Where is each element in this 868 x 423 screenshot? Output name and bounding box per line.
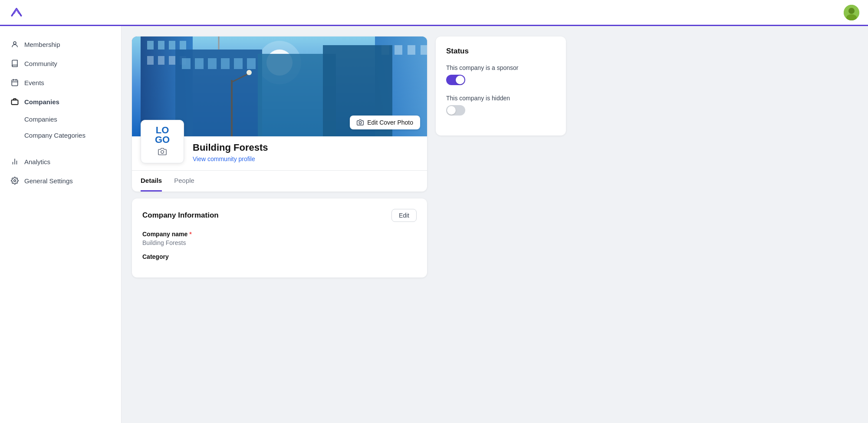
svg-rect-33 (208, 58, 217, 69)
sponsor-toggle[interactable] (446, 75, 465, 85)
category-field: Category (142, 253, 417, 260)
logo-text-line1: LO (156, 126, 169, 135)
calendar-icon (10, 78, 19, 87)
logo-camera-icon[interactable] (158, 147, 167, 158)
sidebar: Membership Community Events (0, 26, 122, 423)
category-label: Category (142, 253, 417, 260)
logo-text-line2: GO (155, 135, 170, 145)
center-panel: Edit Cover Photo LO GO (132, 36, 427, 278)
company-name-value: Building Forests (142, 239, 417, 246)
sidebar-sub-categories-label: Company Categories (24, 132, 85, 139)
svg-rect-19 (169, 41, 175, 50)
svg-point-1 (848, 8, 855, 14)
company-profile-row: LO GO Building Forests View communit (132, 136, 427, 170)
book-icon (10, 59, 19, 68)
svg-point-44 (161, 150, 164, 153)
sidebar-sub-companies[interactable]: Companies (0, 111, 121, 127)
briefcase-icon (10, 97, 19, 106)
svg-rect-8 (12, 100, 18, 105)
header (0, 0, 868, 26)
hidden-toggle[interactable] (446, 105, 465, 116)
camera-icon (357, 119, 364, 126)
gear-icon (10, 176, 19, 185)
svg-rect-23 (169, 56, 175, 65)
edit-cover-label: Edit Cover Photo (367, 119, 413, 126)
main-content: Edit Cover Photo LO GO (122, 26, 868, 423)
svg-point-3 (13, 42, 16, 44)
sidebar-companies-label: Companies (24, 98, 59, 106)
company-logo-box[interactable]: LO GO (141, 120, 184, 163)
svg-rect-36 (247, 58, 256, 69)
sidebar-item-analytics[interactable]: Analytics (0, 152, 121, 171)
sponsor-toggle-thumb (456, 76, 464, 84)
svg-rect-17 (147, 41, 154, 50)
svg-point-12 (14, 180, 16, 182)
sidebar-events-label: Events (24, 79, 44, 86)
company-name-field: Company name * Building Forests (142, 231, 417, 246)
tabs-row: Details People (132, 170, 427, 192)
svg-point-42 (247, 70, 252, 75)
sidebar-analytics-label: Analytics (24, 158, 50, 165)
sidebar-item-events[interactable]: Events (0, 73, 121, 92)
status-sponsor-label: This company is a sponsor (446, 64, 556, 71)
sidebar-membership-label: Membership (24, 41, 60, 48)
sidebar-item-community[interactable]: Community (0, 54, 121, 73)
hidden-toggle-track[interactable] (446, 105, 465, 116)
sidebar-sub-company-categories[interactable]: Company Categories (0, 127, 121, 143)
hidden-toggle-thumb (447, 106, 456, 115)
svg-rect-34 (221, 58, 230, 69)
avatar[interactable] (844, 5, 859, 20)
status-sponsor-row: This company is a sponsor (446, 64, 556, 87)
company-name: Building Forests (193, 142, 418, 153)
sidebar-item-membership[interactable]: Membership (0, 35, 121, 54)
tab-details[interactable]: Details (141, 171, 162, 192)
svg-rect-21 (147, 56, 154, 65)
info-card-header: Company Information Edit (142, 209, 417, 222)
cover-card: Edit Cover Photo LO GO (132, 36, 427, 192)
sponsor-toggle-track[interactable] (446, 75, 465, 85)
status-card: Status This company is a sponsor This co… (436, 36, 566, 135)
sidebar-settings-label: General Settings (24, 177, 73, 185)
svg-rect-29 (421, 45, 427, 55)
company-name-label: Company name * (142, 231, 417, 238)
chart-icon (10, 157, 19, 166)
sidebar-sub-companies-label: Companies (24, 116, 57, 123)
svg-rect-28 (408, 45, 415, 55)
svg-rect-27 (395, 45, 402, 55)
info-card-title: Company Information (142, 211, 219, 220)
sidebar-item-companies[interactable]: Companies (0, 92, 121, 111)
company-info-card: Company Information Edit Company name * … (132, 198, 427, 278)
svg-rect-20 (180, 41, 186, 50)
svg-rect-35 (234, 58, 243, 69)
svg-rect-18 (158, 41, 164, 50)
svg-point-43 (359, 122, 361, 124)
app-logo[interactable] (9, 5, 24, 20)
view-profile-link[interactable]: View community profile (193, 155, 255, 162)
info-edit-button[interactable]: Edit (391, 209, 417, 222)
right-panel: Status This company is a sponsor This co… (436, 36, 566, 135)
status-title: Status (446, 47, 556, 56)
required-asterisk: * (189, 231, 191, 238)
tab-people[interactable]: People (174, 171, 194, 192)
svg-rect-4 (12, 80, 18, 86)
svg-rect-31 (182, 58, 191, 69)
svg-rect-32 (195, 58, 204, 69)
person-icon (10, 40, 19, 49)
status-hidden-label: This company is hidden (446, 95, 556, 102)
edit-cover-button[interactable]: Edit Cover Photo (350, 116, 420, 129)
layout: Membership Community Events (0, 26, 868, 423)
company-name-area: Building Forests View community profile (193, 142, 418, 163)
status-hidden-row: This company is hidden (446, 95, 556, 117)
sidebar-item-general-settings[interactable]: General Settings (0, 171, 121, 190)
svg-rect-22 (158, 56, 164, 65)
sidebar-community-label: Community (24, 60, 57, 67)
